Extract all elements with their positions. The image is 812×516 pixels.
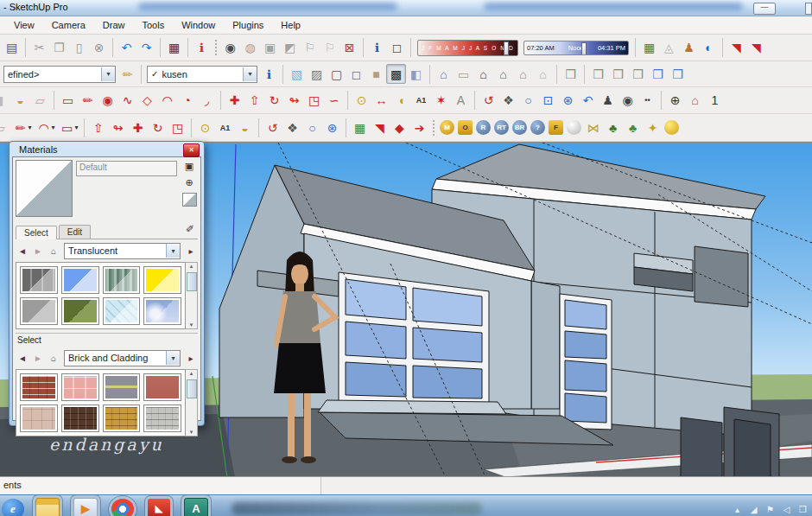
component-icon-3[interactable]: ❒: [608, 64, 628, 84]
follow-me-tool-icon[interactable]: ↬: [284, 91, 304, 111]
zoom-icon-2[interactable]: ○: [302, 118, 322, 137]
section-plane-icon[interactable]: ⌂: [685, 91, 705, 111]
orbit-icon-2[interactable]: ↺: [263, 118, 282, 137]
preview-model-icon[interactable]: ◩: [280, 38, 300, 58]
save-icon[interactable]: ▤: [2, 38, 22, 58]
swatch-brick-plain-red[interactable]: [143, 373, 181, 401]
rotate-icon-2[interactable]: ↻: [148, 118, 168, 137]
stop-icon[interactable]: ⊠: [339, 38, 359, 58]
plugin-f-tag[interactable]: F: [549, 120, 563, 135]
plugin-sphere-icon[interactable]: [567, 120, 581, 135]
print-icon[interactable]: ▦: [164, 38, 184, 58]
chevron-down-icon[interactable]: ▾: [101, 67, 115, 81]
plugin-rt-badge[interactable]: RT: [494, 120, 509, 135]
partial-icon-right[interactable]: 1: [705, 91, 725, 111]
swatch-brick-pavers[interactable]: [20, 405, 58, 432]
explorer-folder-icon[interactable]: [35, 498, 60, 516]
menu-camera[interactable]: Camera: [43, 18, 94, 32]
view-left-icon[interactable]: ⌂: [533, 64, 553, 84]
xray-icon[interactable]: ▧: [287, 64, 307, 84]
sketchup-red-icon-2[interactable]: ◥: [746, 38, 766, 58]
protractor-icon[interactable]: ◖: [391, 91, 411, 111]
copy-icon[interactable]: ❐: [49, 38, 69, 58]
swatch-scrollbar[interactable]: ▲ ▼: [186, 369, 198, 436]
hidden-line-icon[interactable]: ◻: [346, 64, 366, 84]
swatch-translucent-blocks[interactable]: [20, 266, 58, 294]
offset-tool-icon[interactable]: ∽: [324, 91, 344, 111]
back-arrow-icon[interactable]: ◄: [16, 352, 29, 365]
flag-icon-1[interactable]: ⚐: [300, 38, 320, 58]
materials-title-bar[interactable]: Materials ✕: [12, 143, 201, 156]
partial-icon-left[interactable]: ▮: [0, 91, 10, 111]
paste-icon[interactable]: ▯: [69, 38, 89, 58]
scroll-down-icon[interactable]: ▼: [189, 430, 194, 435]
back-edges-icon[interactable]: ▨: [307, 64, 327, 84]
text-tool-icon-2[interactable]: A1: [215, 118, 235, 137]
eraser-icon[interactable]: ▱: [30, 91, 50, 111]
photo-textures-icon[interactable]: ▣: [260, 38, 280, 58]
component-icon-6[interactable]: ❒: [668, 64, 688, 84]
view-front-icon[interactable]: ⌂: [473, 64, 493, 84]
arc-tool-icon[interactable]: ◠: [157, 91, 177, 111]
swatch-brick-pink-tile[interactable]: [61, 373, 99, 401]
plugin-r-badge[interactable]: R: [476, 120, 491, 135]
map-icon-2[interactable]: ▦: [350, 118, 370, 137]
pie-tool-icon[interactable]: ◔: [177, 91, 197, 111]
tab-select[interactable]: Select: [16, 226, 57, 239]
date-slider-thumb[interactable]: [504, 41, 509, 55]
look-around-icon[interactable]: ◉: [618, 91, 638, 111]
eraser-icon-2[interactable]: ▱: [0, 118, 10, 137]
zoom-extents-icon[interactable]: ⊛: [558, 91, 578, 111]
pan-icon[interactable]: ❖: [498, 91, 518, 111]
pan-icon-2[interactable]: ❖: [282, 118, 302, 137]
circle-tool-icon[interactable]: ◉: [98, 91, 117, 111]
back-arrow-icon[interactable]: ◄: [16, 245, 29, 258]
arc-dropdown-arrow[interactable]: ▾: [49, 118, 57, 137]
map-icon[interactable]: ▦: [639, 38, 659, 58]
swatch-translucent-blue[interactable]: [61, 266, 99, 294]
shadow-date-slider[interactable]: J F M A M J J A S O N D: [417, 40, 518, 56]
person-icon[interactable]: ♟: [679, 38, 699, 58]
menu-view[interactable]: View: [5, 18, 43, 32]
chrome-icon[interactable]: [111, 499, 134, 516]
tape-measure-icon[interactable]: ⊙: [352, 91, 371, 111]
component-icon-5[interactable]: ❒: [648, 64, 668, 84]
style-edit-icon[interactable]: ✏: [117, 64, 137, 84]
undo-icon[interactable]: ↶: [117, 38, 136, 58]
zoom-window-icon[interactable]: ⊡: [538, 91, 558, 111]
swatch-translucent-diamond[interactable]: [103, 297, 141, 325]
title-bar[interactable]: - SketchUp Pro —: [0, 0, 812, 16]
create-material-icon[interactable]: ⊕: [182, 176, 196, 189]
plugin-trees-icon-1[interactable]: ♣: [603, 118, 623, 137]
plugin-red-icon-1[interactable]: ◥: [370, 118, 390, 137]
plugin-red-icon-3[interactable]: ➔: [409, 118, 429, 137]
compass-icon[interactable]: ⊕: [665, 91, 685, 111]
delete-icon[interactable]: ⊗: [89, 38, 109, 58]
view-iso-icon[interactable]: ⌂: [434, 64, 454, 84]
scale-tool-icon[interactable]: ◳: [304, 91, 324, 111]
action-center-flag-icon[interactable]: ⚑: [764, 503, 776, 515]
tray-extra-icon[interactable]: ❒: [797, 503, 809, 515]
plugin-br-badge[interactable]: BR: [512, 120, 527, 135]
rect-dropdown-arrow[interactable]: ▾: [73, 118, 80, 137]
push-pull-icon-2[interactable]: ⇧: [88, 118, 108, 137]
collection-combo-brick[interactable]: Brick and Cladding ▾: [64, 350, 181, 366]
windows-taskbar[interactable]: e▶◣A ▴◢⚑◁❒: [0, 494, 812, 516]
scrollbar-thumb[interactable]: [187, 272, 197, 291]
time-slider-thumb[interactable]: [581, 42, 587, 55]
model-info-icon[interactable]: ℹ: [192, 38, 212, 58]
styles-combo[interactable]: efined> ▾: [3, 66, 116, 83]
minimize-button[interactable]: —: [753, 3, 776, 15]
move-tool-icon[interactable]: ✚: [225, 91, 244, 111]
follow-me-icon-2[interactable]: ↬: [108, 118, 128, 137]
component-icon-2[interactable]: ❒: [588, 64, 608, 84]
scroll-up-icon[interactable]: ▲: [189, 371, 194, 376]
view-top-icon[interactable]: ▭: [454, 64, 473, 84]
chevron-down-icon[interactable]: ▾: [243, 67, 257, 81]
sketchup-taskbar-icon[interactable]: ◣: [148, 499, 170, 516]
plugin-trees-icon-2[interactable]: ♣: [623, 118, 643, 137]
plugin-ball-icon[interactable]: [664, 120, 679, 135]
swatch-translucent-gray[interactable]: [20, 297, 58, 325]
scroll-up-icon[interactable]: ▲: [189, 264, 194, 269]
sample-paint-swatch[interactable]: [182, 193, 197, 207]
